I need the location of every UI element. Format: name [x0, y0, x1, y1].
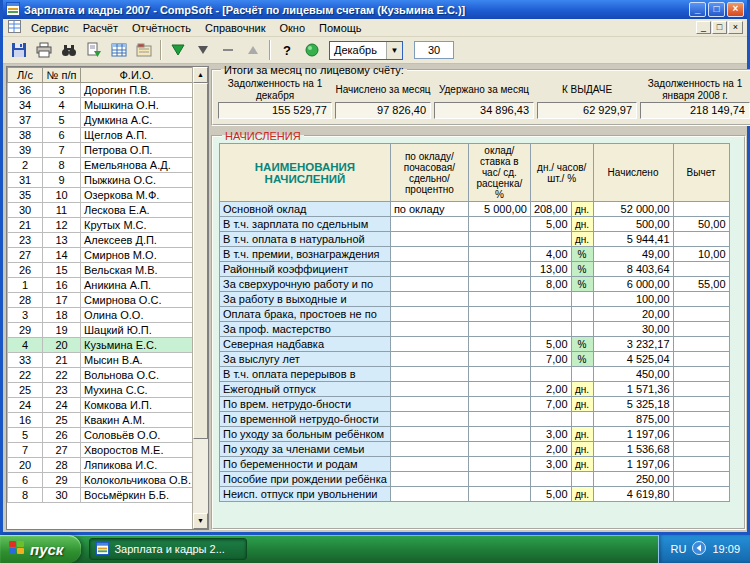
recalculate-button[interactable] [82, 39, 106, 62]
employee-fio-cell[interactable]: Аникина А.П. [81, 278, 193, 293]
employee-ls-cell[interactable]: 20 [8, 458, 43, 473]
employee-ls-cell[interactable]: 23 [8, 233, 43, 248]
accrual-name-cell[interactable]: За сверхурочную работу и по [220, 277, 391, 292]
accrual-method-cell[interactable] [390, 277, 468, 292]
employee-ls-cell[interactable]: 5 [8, 428, 43, 443]
accrual-method-cell[interactable] [390, 397, 468, 412]
employee-ls-cell[interactable]: 29 [8, 323, 43, 338]
employee-num-cell[interactable]: 10 [43, 188, 81, 203]
accrual-accrued-cell[interactable]: 5 325,18 [593, 397, 673, 412]
accrual-method-cell[interactable] [390, 442, 468, 457]
accrual-rate-cell[interactable] [468, 247, 530, 262]
accrual-name-cell[interactable]: По временной нетрудо-бности [220, 412, 391, 427]
employee-row[interactable]: 3510Озеркова М.Ф. [8, 188, 193, 203]
employee-ls-cell[interactable]: 7 [8, 443, 43, 458]
employee-fio-cell[interactable]: Щеглов А.П. [81, 128, 193, 143]
accrual-unit-cell[interactable]: дн. [571, 217, 593, 232]
accrual-row[interactable]: Районный коэффициент13,00%8 403,64 [220, 262, 730, 277]
accrual-deduct-cell[interactable] [673, 382, 729, 397]
accrual-method-cell[interactable] [390, 367, 468, 382]
accrual-row[interactable]: В т.ч. оплата в натуральнойдн.5 944,41 [220, 232, 730, 247]
employee-row[interactable]: 2919Шацкий Ю.П. [8, 323, 193, 338]
employee-fio-cell[interactable]: Мышкина О.Н. [81, 98, 193, 113]
accrual-row[interactable]: По уходу за членами семьи2,00дн.1 536,68 [220, 442, 730, 457]
accrual-accrued-cell[interactable]: 500,00 [593, 217, 673, 232]
employee-row[interactable]: 28Емельянова А.Д. [8, 158, 193, 173]
accrual-qty-cell[interactable] [530, 307, 571, 322]
accrual-deduct-cell[interactable] [673, 202, 729, 217]
accrual-deduct-cell[interactable] [673, 322, 729, 337]
employee-fio-cell[interactable]: Квакин А.М. [81, 413, 193, 428]
language-indicator[interactable]: RU [671, 543, 687, 555]
accrual-row[interactable]: Неисп. отпуск при увольнении5,00дн.4 619… [220, 487, 730, 502]
employee-num-cell[interactable]: 20 [43, 338, 81, 353]
employee-ls-cell[interactable]: 39 [8, 143, 43, 158]
collapse-button[interactable] [216, 39, 240, 62]
accrual-name-cell[interactable]: По врем. нетрудо-бности [220, 397, 391, 412]
accrual-rate-cell[interactable] [468, 457, 530, 472]
card-index-button[interactable] [132, 39, 156, 62]
employee-ls-cell[interactable]: 28 [8, 293, 43, 308]
accrual-name-cell[interactable]: Неисп. отпуск при увольнении [220, 487, 391, 502]
accrual-accrued-cell[interactable]: 52 000,00 [593, 202, 673, 217]
accrual-qty-cell[interactable] [530, 232, 571, 247]
employee-fio-cell[interactable]: Крутых М.С. [81, 218, 193, 233]
accrual-name-cell[interactable]: Оплата брака, простоев не по [220, 307, 391, 322]
employee-ls-cell[interactable]: 24 [8, 398, 43, 413]
menu-item[interactable]: Помощь [312, 21, 369, 35]
accrual-accrued-cell[interactable]: 6 000,00 [593, 277, 673, 292]
accrual-rate-cell[interactable] [468, 412, 530, 427]
employee-row[interactable]: 830Восьмёркин Б.Б. [8, 488, 193, 503]
employee-row[interactable]: 2817Смирнова О.С. [8, 293, 193, 308]
employee-fio-cell[interactable]: Колокольчикова О.В. [81, 473, 193, 488]
accrual-deduct-cell[interactable] [673, 307, 729, 322]
accrual-deduct-cell[interactable] [673, 442, 729, 457]
accrual-row[interactable]: За выслугу лет7,00%4 525,04 [220, 352, 730, 367]
employee-num-cell[interactable]: 5 [43, 113, 81, 128]
accrual-accrued-cell[interactable]: 450,00 [593, 367, 673, 382]
employee-num-cell[interactable]: 12 [43, 218, 81, 233]
accrual-row[interactable]: Пособие при рождении ребёнка250,00 [220, 472, 730, 487]
employee-ls-cell[interactable]: 3 [8, 308, 43, 323]
employee-fio-cell[interactable]: Вельская М.В. [81, 263, 193, 278]
accrual-qty-cell[interactable]: 4,00 [530, 247, 571, 262]
accrual-method-cell[interactable] [390, 457, 468, 472]
employee-num-cell[interactable]: 15 [43, 263, 81, 278]
employee-row[interactable]: 629Колокольчикова О.В. [8, 473, 193, 488]
accrual-rate-cell[interactable] [468, 382, 530, 397]
employee-row[interactable]: 2313Алексеев Д.П. [8, 233, 193, 248]
accrual-rate-cell[interactable] [468, 427, 530, 442]
accrual-method-cell[interactable] [390, 262, 468, 277]
accrual-qty-cell[interactable]: 8,00 [530, 277, 571, 292]
accrual-row[interactable]: По врем. нетрудо-бности7,00дн.5 325,18 [220, 397, 730, 412]
table-view-button[interactable] [107, 39, 131, 62]
accrual-rate-cell[interactable] [468, 292, 530, 307]
accrual-rate-cell[interactable] [468, 397, 530, 412]
employee-fio-cell[interactable]: Ляпикова И.С. [81, 458, 193, 473]
employee-fio-cell[interactable]: Вольнова О.С. [81, 368, 193, 383]
accrual-rate-cell[interactable] [468, 232, 530, 247]
accrual-unit-cell[interactable]: дн. [571, 397, 593, 412]
accrual-name-cell[interactable]: Северная надбавка [220, 337, 391, 352]
employee-row[interactable]: 2424Комкова И.П. [8, 398, 193, 413]
accrual-accrued-cell[interactable]: 1 197,06 [593, 457, 673, 472]
employee-ls-cell[interactable]: 36 [8, 83, 43, 98]
confirm-button[interactable] [300, 39, 324, 62]
employee-num-cell[interactable]: 25 [43, 413, 81, 428]
accrual-qty-cell[interactable]: 5,00 [530, 487, 571, 502]
employee-row[interactable]: 420Кузьмина Е.С. [8, 338, 193, 353]
employee-row[interactable]: 3321Мысин В.А. [8, 353, 193, 368]
employee-row[interactable]: 2112Крутых М.С. [8, 218, 193, 233]
employee-scrollbar[interactable]: ▲ ▼ [192, 67, 208, 529]
employee-fio-cell[interactable]: Восьмёркин Б.Б. [81, 488, 193, 503]
accrual-rate-cell[interactable]: 5 000,00 [468, 202, 530, 217]
employee-ls-cell[interactable]: 38 [8, 128, 43, 143]
accrual-row[interactable]: По уходу за больным ребёнком3,00дн.1 197… [220, 427, 730, 442]
employee-fio-cell[interactable]: Емельянова А.Д. [81, 158, 193, 173]
accrual-method-cell[interactable]: по окладу [390, 202, 468, 217]
accrual-unit-cell[interactable]: % [571, 337, 593, 352]
accrual-row[interactable]: За работу в выходные и100,00 [220, 292, 730, 307]
accrual-qty-cell[interactable]: 5,00 [530, 337, 571, 352]
accrual-unit-cell[interactable] [571, 472, 593, 487]
employee-row[interactable]: 318Олина О.О. [8, 308, 193, 323]
